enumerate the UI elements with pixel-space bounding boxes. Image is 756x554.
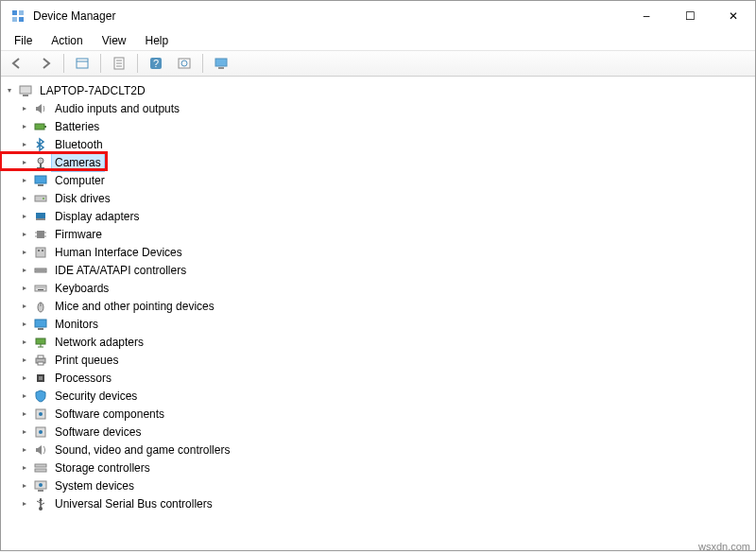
titlebar-left: Device Manager xyxy=(10,9,115,24)
expand-toggle[interactable]: ▸ xyxy=(18,407,31,421)
svg-rect-49 xyxy=(38,328,43,330)
expand-toggle[interactable]: ▸ xyxy=(18,102,31,115)
tree-node[interactable]: ▸Computer xyxy=(1,171,755,189)
expand-toggle[interactable]: ▸ xyxy=(18,228,31,241)
expand-toggle[interactable]: ▸ xyxy=(18,354,31,367)
tree-node[interactable]: ▸Network adapters xyxy=(1,333,755,351)
expand-toggle[interactable]: ▸ xyxy=(18,461,31,475)
menu-file[interactable]: File xyxy=(7,32,40,49)
expand-toggle[interactable]: ▸ xyxy=(18,390,31,403)
svg-rect-48 xyxy=(35,320,46,327)
tree-node[interactable]: ▸Audio inputs and outputs xyxy=(1,99,755,117)
tree-node[interactable]: ▸Monitors xyxy=(1,315,755,333)
node-label: Keyboards xyxy=(52,280,112,297)
svg-rect-50 xyxy=(36,338,45,344)
svg-rect-19 xyxy=(44,126,46,128)
properties-button[interactable] xyxy=(106,52,132,75)
tree-node[interactable]: ▸Universal Serial Bus controllers xyxy=(1,494,755,512)
forward-button[interactable] xyxy=(32,52,59,75)
expand-toggle[interactable]: ▸ xyxy=(18,282,31,295)
expand-toggle[interactable]: ▸ xyxy=(18,497,31,511)
tree-node[interactable]: ▸Mice and other pointing devices xyxy=(1,297,755,315)
titlebar[interactable]: Device Manager – ☐ ✕ xyxy=(1,1,755,31)
tree-node[interactable]: ▸Bluetooth xyxy=(1,135,755,153)
expand-toggle[interactable]: ▸ xyxy=(18,138,31,151)
node-label: Computer xyxy=(52,172,108,189)
menu-action[interactable]: Action xyxy=(43,32,90,49)
expand-toggle[interactable]: ▸ xyxy=(18,192,31,205)
node-label: Mice and other pointing devices xyxy=(52,298,217,315)
expand-toggle[interactable]: ▸ xyxy=(18,372,31,385)
close-icon: ✕ xyxy=(729,9,738,23)
expand-toggle[interactable]: ▾ xyxy=(3,84,16,97)
expand-toggle[interactable]: ▸ xyxy=(18,425,31,439)
node-label: Monitors xyxy=(52,316,101,333)
minimize-button[interactable]: – xyxy=(625,1,668,31)
tree-node[interactable]: ▸Keyboards xyxy=(1,279,755,297)
software-icon xyxy=(33,424,48,440)
content-area[interactable]: ▾ LAPTOP-7ADCLT2D ▸Audio inputs and outp… xyxy=(1,77,755,550)
expand-toggle[interactable]: ▸ xyxy=(18,174,31,187)
device-manager-window: Device Manager – ☐ ✕ File Action View He… xyxy=(0,0,756,551)
devices-button[interactable] xyxy=(208,52,234,75)
tree-node[interactable]: ▸IDE ATA/ATAPI controllers xyxy=(1,261,755,279)
window-title: Device Manager xyxy=(33,9,115,23)
menu-help[interactable]: Help xyxy=(138,32,177,49)
tree-node[interactable]: ▸Storage controllers xyxy=(1,459,755,476)
tree-node[interactable]: ▸Sound, video and game controllers xyxy=(1,441,755,459)
system-icon xyxy=(33,478,48,493)
ide-icon xyxy=(33,263,48,278)
tree-node[interactable]: ▸Software components xyxy=(1,405,755,423)
display-icon xyxy=(33,209,48,224)
tree-node[interactable]: ▸Firmware xyxy=(1,225,755,243)
expand-toggle[interactable]: ▸ xyxy=(18,318,31,331)
software-icon xyxy=(33,407,48,422)
keyboard-icon xyxy=(33,281,48,296)
bluetooth-icon xyxy=(33,137,48,152)
expand-toggle[interactable]: ▸ xyxy=(18,120,31,133)
show-hidden-button[interactable] xyxy=(69,52,95,75)
svg-rect-39 xyxy=(35,286,46,291)
toolbar: ? xyxy=(1,50,755,77)
tree-node[interactable]: ▸System devices xyxy=(1,476,755,494)
node-label: Storage controllers xyxy=(52,459,153,476)
close-button[interactable]: ✕ xyxy=(712,1,755,31)
tree-root[interactable]: ▾ LAPTOP-7ADCLT2D xyxy=(1,81,755,99)
scan-hardware-button[interactable] xyxy=(171,52,198,75)
maximize-button[interactable]: ☐ xyxy=(668,1,712,31)
tree-node[interactable]: ▸Software devices xyxy=(1,423,755,441)
printer-icon xyxy=(33,353,48,368)
expand-toggle[interactable]: ▸ xyxy=(18,246,31,259)
expand-toggle[interactable]: ▸ xyxy=(18,479,31,493)
menu-view[interactable]: View xyxy=(94,32,134,49)
expand-toggle[interactable]: ▸ xyxy=(18,336,31,349)
tree-node[interactable]: ▸Display adapters xyxy=(1,207,755,225)
tree-node[interactable]: ▸Processors xyxy=(1,369,755,387)
toolbar-separator xyxy=(63,54,64,73)
tree-node[interactable]: ▸Human Interface Devices xyxy=(1,243,755,261)
tree-node[interactable]: ▸Security devices xyxy=(1,387,755,405)
svg-rect-24 xyxy=(38,184,43,186)
tree-node[interactable]: ▸Cameras xyxy=(1,153,755,171)
tree-node[interactable]: ▸Print queues xyxy=(1,351,755,369)
computer-icon xyxy=(18,83,33,98)
svg-rect-1 xyxy=(19,10,24,15)
svg-point-65 xyxy=(39,483,43,487)
help-button[interactable]: ? xyxy=(143,52,169,75)
speaker-icon xyxy=(33,101,48,116)
tree-node[interactable]: ▸Disk drives xyxy=(1,189,755,207)
back-button[interactable] xyxy=(4,52,30,75)
node-label: Network adapters xyxy=(52,334,146,351)
svg-rect-22 xyxy=(37,167,44,168)
expand-toggle[interactable]: ▸ xyxy=(18,264,31,277)
menubar: File Action View Help xyxy=(1,31,755,50)
expand-toggle[interactable]: ▸ xyxy=(18,156,31,169)
expand-toggle[interactable]: ▸ xyxy=(18,443,31,457)
tree-node[interactable]: ▸Batteries xyxy=(1,117,755,135)
mouse-icon xyxy=(33,299,48,314)
root-label: LAPTOP-7ADCLT2D xyxy=(37,82,148,99)
expand-toggle[interactable]: ▸ xyxy=(18,300,31,313)
expand-toggle[interactable]: ▸ xyxy=(18,210,31,223)
svg-rect-54 xyxy=(38,355,43,358)
node-label: Disk drives xyxy=(52,190,113,207)
